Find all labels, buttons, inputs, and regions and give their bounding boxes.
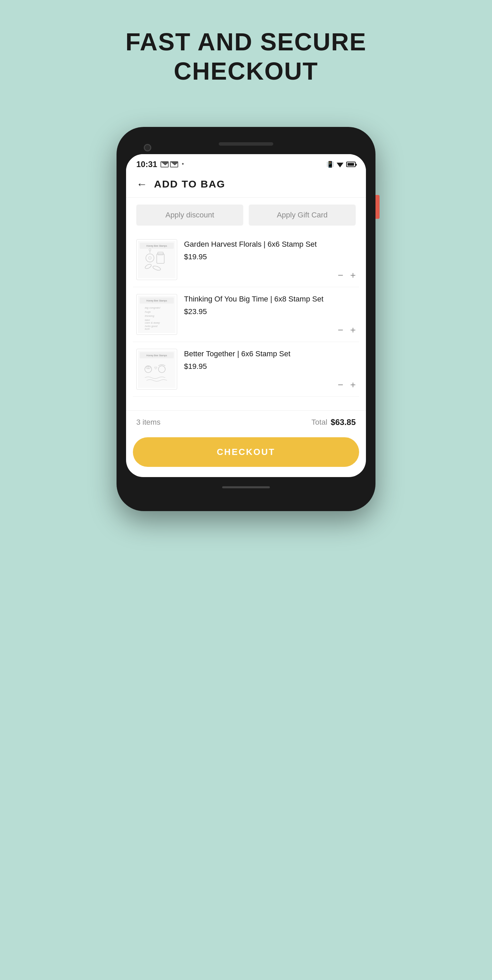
quantity-controls-3: − + (338, 380, 356, 390)
back-button[interactable]: ← (136, 178, 147, 191)
svg-marker-0 (337, 163, 343, 167)
product-image-2: Honey Bee Stamps big congrats! hugs thin… (136, 294, 177, 335)
product-name-3: Better Together | 6x6 Stamp Set (184, 349, 356, 360)
vibrate-icon: 📳 (326, 161, 334, 168)
product-image-1: Honey Bee Stamps (136, 239, 177, 280)
decrease-qty-2[interactable]: − (338, 325, 343, 335)
increase-qty-3[interactable]: + (350, 380, 356, 390)
apply-gift-card-button[interactable]: Apply Gift Card (249, 205, 356, 226)
product-item-1: Honey Bee Stamps G (133, 232, 359, 287)
wifi-icon (336, 161, 344, 167)
app-header: ← ADD TO BAG (126, 172, 366, 198)
speaker-grille-area (126, 137, 366, 151)
svg-text:Honey Bee Stamps: Honey Bee Stamps (147, 354, 167, 357)
product-item-2: Honey Bee Stamps big congrats! hugs thin… (133, 287, 359, 342)
decrease-qty-3[interactable]: − (338, 380, 343, 390)
product-price-1: $19.95 (184, 253, 356, 261)
svg-text:hugs: hugs (145, 310, 150, 313)
product-info-2: Thinking Of You Big Time | 6x8 Stamp Set… (177, 294, 356, 316)
product-list: Honey Bee Stamps G (126, 232, 366, 397)
checkout-button[interactable]: CHECKOUT (133, 437, 359, 467)
cart-footer: 3 items Total $63.85 (126, 410, 366, 434)
status-time: 10:31 (136, 159, 157, 169)
phone-bottom (126, 480, 366, 494)
svg-text:big congrats!: big congrats! (145, 306, 161, 309)
status-bar: 10:31 • 📳 (126, 154, 366, 172)
svg-text:care & away: care & away (145, 321, 160, 324)
product-info-1: Garden Harvest Florals | 6x6 Stamp Set $… (177, 239, 356, 261)
decrease-qty-1[interactable]: − (338, 270, 343, 280)
total-label: Total (311, 418, 327, 427)
product-name-1: Garden Harvest Florals | 6x6 Stamp Set (184, 239, 356, 250)
app-title: ADD TO BAG (154, 178, 225, 190)
total-amount: $63.85 (331, 417, 356, 427)
product-price-2: $23.95 (184, 307, 356, 316)
power-button (375, 195, 380, 219)
phone-device: 10:31 • 📳 ← (117, 127, 375, 511)
notification-dot: • (182, 161, 184, 168)
apply-discount-button[interactable]: Apply discount (136, 205, 243, 226)
page-headline: FAST AND SECURE CHECKOUT (125, 27, 366, 86)
total-section: Total $63.85 (311, 417, 356, 427)
notification-icons (160, 161, 178, 167)
items-count: 3 items (136, 418, 160, 427)
product-name-2: Thinking Of You Big Time | 6x8 Stamp Set (184, 294, 356, 305)
battery-icon-wrapper (346, 162, 356, 167)
quantity-controls-2: − + (338, 325, 356, 335)
mail-icon-2 (170, 161, 178, 167)
status-right-icons: 📳 (326, 161, 356, 168)
product-image-3: Honey Bee Stamps (136, 349, 177, 390)
svg-text:Honey Bee Stamps: Honey Bee Stamps (147, 299, 167, 302)
increase-qty-1[interactable]: + (350, 270, 356, 280)
mail-icon-1 (160, 161, 169, 167)
home-indicator (222, 486, 270, 488)
svg-text:Honey Bee Stamps: Honey Bee Stamps (147, 245, 167, 247)
battery-tip (355, 164, 357, 166)
battery-icon (346, 162, 356, 167)
spacer (126, 397, 366, 410)
product-info-3: Better Together | 6x6 Stamp Set $19.95 (177, 349, 356, 371)
speaker-grille (219, 142, 273, 146)
camera-dot (144, 144, 151, 151)
svg-text:luck: luck (145, 327, 150, 331)
svg-text:thinking: thinking (145, 314, 154, 318)
action-buttons-row: Apply discount Apply Gift Card (126, 198, 366, 232)
phone-screen: 10:31 • 📳 ← (126, 154, 366, 477)
increase-qty-2[interactable]: + (350, 325, 356, 335)
product-price-3: $19.95 (184, 362, 356, 371)
product-item-3: Honey Bee Stamps B (133, 342, 359, 397)
quantity-controls-1: − + (338, 270, 356, 280)
